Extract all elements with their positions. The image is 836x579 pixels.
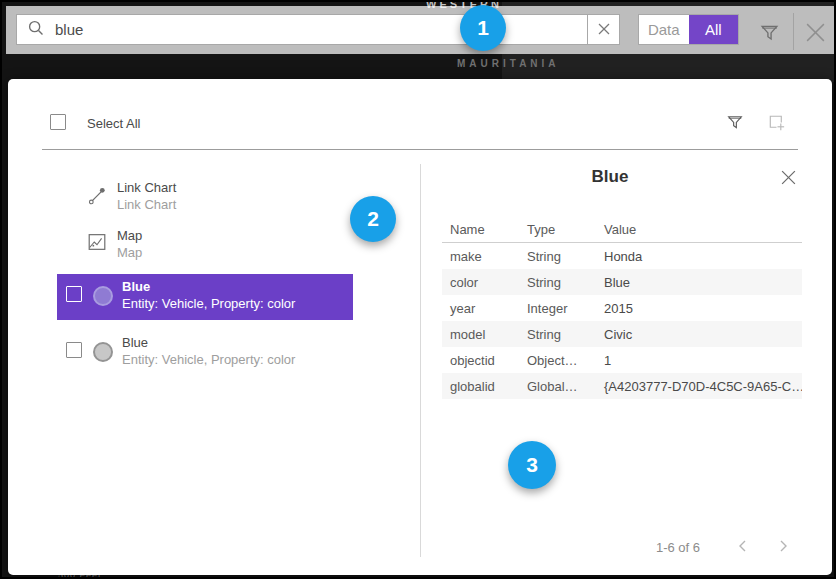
attribute-table-header: Name Type Value [442, 215, 802, 243]
annotation-callout-2: 2 [350, 196, 396, 242]
entity-circle-icon [93, 342, 113, 362]
cell-type: Global… [519, 379, 596, 394]
cell-name: make [442, 249, 519, 264]
chevron-left-icon[interactable] [736, 539, 750, 557]
cell-value: 1 [596, 353, 802, 368]
add-selection-icon[interactable] [766, 112, 787, 137]
select-all-label: Select All [87, 116, 140, 131]
cell-name: globalid [442, 379, 519, 394]
list-item-title[interactable]: Map [117, 228, 142, 243]
result-checkbox[interactable] [66, 286, 82, 302]
select-all-checkbox[interactable] [50, 114, 66, 130]
table-row: color String Blue [442, 269, 802, 295]
toolbar-divider [793, 13, 794, 50]
close-icon[interactable] [804, 21, 827, 48]
list-item-subtitle: Entity: Vehicle, Property: color [122, 352, 295, 367]
cell-name: color [442, 275, 519, 290]
panel-header-divider [42, 149, 798, 150]
pagination-label: 1-6 of 6 [616, 540, 740, 555]
link-chart-icon [86, 185, 108, 211]
search-mode-toggle: Data All [638, 14, 739, 45]
cell-name: objectid [442, 353, 519, 368]
close-icon[interactable] [780, 169, 797, 190]
detail-title: Blue [420, 167, 800, 187]
search-toolbar: Data All [6, 6, 834, 54]
filter-icon[interactable] [759, 22, 780, 47]
cell-name: model [442, 327, 519, 342]
cell-name: year [442, 301, 519, 316]
clear-search-button[interactable] [587, 14, 620, 45]
filter-icon[interactable] [726, 113, 744, 135]
app-window: WESTERN MAURITANIA 500 Feet Data All [0, 0, 836, 579]
toggle-option-data[interactable]: Data [639, 15, 689, 44]
list-item-subtitle: Map [117, 245, 142, 260]
table-row: objectid Object… 1 [442, 347, 802, 373]
column-header-value: Value [596, 222, 802, 237]
search-input[interactable] [53, 20, 587, 39]
table-row: year Integer 2015 [442, 295, 802, 321]
cell-value: 2015 [596, 301, 802, 316]
result-checkbox[interactable] [66, 342, 82, 358]
map-icon [86, 231, 108, 257]
clear-icon [598, 21, 610, 39]
toggle-option-all[interactable]: All [689, 15, 739, 44]
column-header-type: Type [519, 222, 596, 237]
list-item-subtitle: Link Chart [117, 197, 176, 212]
cell-value: Civic [596, 327, 802, 342]
chevron-right-icon[interactable] [776, 539, 790, 557]
table-row: model String Civic [442, 321, 802, 347]
column-header-name: Name [442, 222, 519, 237]
annotation-callout-3: 3 [508, 441, 556, 489]
table-row: globalid Global… {A4203777-D70D-4C5C-9A6… [442, 373, 802, 399]
panel-split-divider [420, 164, 421, 557]
annotation-callout-1: 1 [460, 5, 506, 51]
list-item-title[interactable]: Blue [122, 335, 148, 350]
cell-value: Honda [596, 249, 802, 264]
map-label-mauritania: MAURITANIA [457, 58, 560, 69]
cell-type: String [519, 249, 596, 264]
cell-type: String [519, 275, 596, 290]
search-icon [27, 19, 45, 41]
cell-value: Blue [596, 275, 802, 290]
list-item-title[interactable]: Link Chart [117, 180, 176, 195]
cell-type: Object… [519, 353, 596, 368]
cell-type: Integer [519, 301, 596, 316]
list-item-title[interactable]: Blue [122, 279, 150, 294]
attribute-table: make String Honda color String Blue year… [442, 243, 802, 399]
cell-value: {A4203777-D70D-4C5C-9A65-C… [596, 379, 802, 394]
table-row: make String Honda [442, 243, 802, 269]
cell-type: String [519, 327, 596, 342]
entity-circle-icon [93, 286, 113, 306]
list-item-subtitle: Entity: Vehicle, Property: color [122, 296, 295, 311]
results-panel: Select All Link Chart Link Chart Map Map… [8, 79, 832, 575]
